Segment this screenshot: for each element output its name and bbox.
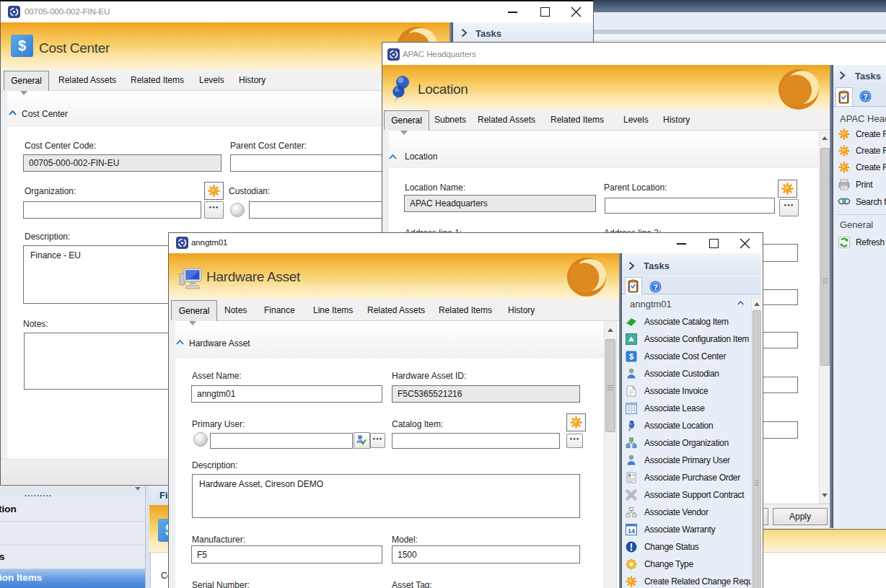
- svg-text:14: 14: [628, 527, 635, 535]
- svg-text:?: ?: [653, 283, 658, 291]
- svg-text:?: ?: [863, 92, 868, 101]
- svg-text:$: $: [629, 352, 633, 361]
